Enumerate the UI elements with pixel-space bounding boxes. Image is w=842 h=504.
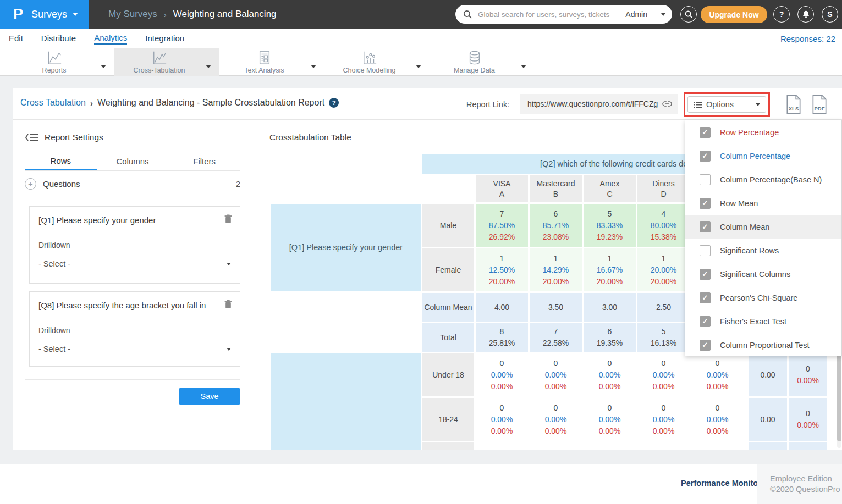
checked-checkbox-icon[interactable]: ✓ xyxy=(700,316,711,327)
chevron-down-icon[interactable] xyxy=(521,60,526,70)
export-xls-button[interactable]: XLS xyxy=(785,95,802,114)
upgrade-now-button[interactable]: Upgrade Now xyxy=(701,6,767,23)
checked-checkbox-icon[interactable]: ✓ xyxy=(700,127,711,138)
toolbar-item-label: Choice Modelling xyxy=(343,67,396,74)
delete-question-icon[interactable] xyxy=(224,300,232,308)
collapse-panel-icon[interactable] xyxy=(25,132,39,142)
breadcrumb-my-surveys[interactable]: My Surveys xyxy=(108,9,157,20)
column-header: DinersD xyxy=(637,175,690,202)
options-menu-item-label: Column Percentage(Base N) xyxy=(720,175,822,184)
toolbar-item-text-analysis[interactable]: Text Analysis xyxy=(219,48,324,76)
chevron-down-icon[interactable] xyxy=(416,60,421,70)
checked-checkbox-icon[interactable]: ✓ xyxy=(700,198,711,209)
tab-columns[interactable]: Columns xyxy=(97,152,169,170)
report-link-url[interactable]: https://www.questionpro.com/t/lFFCZg xyxy=(527,99,662,108)
crosstab-table-title: Crosstabulation Table xyxy=(269,132,351,142)
chevron-down-icon[interactable] xyxy=(206,60,211,70)
data-cell: 00.00%0.00% xyxy=(530,353,582,396)
toolbar-item-manage-data[interactable]: Manage Data xyxy=(429,48,534,76)
notifications-button[interactable] xyxy=(797,6,814,23)
delete-question-icon[interactable] xyxy=(224,214,232,223)
unchecked-checkbox-icon[interactable] xyxy=(700,174,711,185)
options-menu-item[interactable]: ✓Column Mean xyxy=(685,215,841,239)
options-menu-item[interactable]: Significant Rows xyxy=(685,239,841,262)
checked-checkbox-icon[interactable]: ✓ xyxy=(700,269,711,280)
copyright-label: ©2020 QuestionPro xyxy=(770,484,842,495)
edition-label: Employee Edition xyxy=(770,474,842,484)
chevron-down-icon[interactable] xyxy=(101,60,106,70)
panel-title: Report Settings xyxy=(45,132,103,142)
product-name: Surveys xyxy=(31,9,67,20)
search-icon xyxy=(684,10,693,19)
options-menu-item-label: Pearson's Chi-Square xyxy=(720,293,797,302)
data-cell: 2.50 xyxy=(637,293,690,322)
cross-tabulation-link[interactable]: Cross Tabulation xyxy=(20,98,86,108)
questions-section-header: + Questions 2 xyxy=(25,178,240,190)
checked-checkbox-icon[interactable]: ✓ xyxy=(700,151,711,162)
checked-checkbox-icon[interactable]: ✓ xyxy=(700,292,711,303)
drilldown-select[interactable]: - Select - xyxy=(38,256,231,272)
link-icon[interactable] xyxy=(662,99,673,108)
checked-checkbox-icon[interactable]: ✓ xyxy=(700,340,711,351)
questionpro-analytics-screen: P Surveys My Surveys › Weighting and Bal… xyxy=(0,0,842,504)
search-input[interactable] xyxy=(477,10,625,19)
tab-edit[interactable]: Edit xyxy=(9,34,23,44)
options-menu-item[interactable]: ✓Fisher's Exact Test xyxy=(685,309,841,333)
line-chart-icon xyxy=(46,50,63,65)
help-button[interactable]: ? xyxy=(773,6,790,23)
toolbar-item-label: Manage Data xyxy=(454,67,495,74)
responses-count: Responses: 22 xyxy=(780,29,835,48)
options-menu-item-label: Significant Columns xyxy=(720,270,790,279)
unchecked-checkbox-icon[interactable] xyxy=(700,245,711,256)
toolbar-item-reports[interactable]: Reports xyxy=(9,48,114,76)
chevron-down-icon[interactable] xyxy=(311,60,316,70)
options-menu-item[interactable]: ✓Row Mean xyxy=(685,191,841,215)
help-icon[interactable]: ? xyxy=(329,98,339,108)
data-cell: 0.00 xyxy=(749,353,787,396)
questions-count: 2 xyxy=(236,179,240,189)
report-link-field[interactable]: https://www.questionpro.com/t/lFFCZg xyxy=(520,94,678,114)
drilldown-select[interactable]: - Select - xyxy=(38,341,231,357)
question-card-q1: [Q1] Please specify your gender Drilldow… xyxy=(29,206,240,284)
global-search[interactable]: Admin xyxy=(455,5,672,24)
options-menu-item[interactable]: ✓Significant Columns xyxy=(685,262,841,286)
search-icon xyxy=(463,9,472,19)
options-menu-item-label: Column Mean xyxy=(720,223,769,231)
tab-rows[interactable]: Rows xyxy=(25,152,97,170)
data-cell: 722.58% xyxy=(530,323,582,352)
options-menu-item[interactable]: ✓Column Percentage xyxy=(685,144,841,168)
settings-tabs: Rows Columns Filters xyxy=(25,152,240,171)
add-question-icon[interactable]: + xyxy=(25,178,36,190)
bell-icon xyxy=(802,10,810,19)
options-menu-item[interactable]: ✓Column Proportional Test xyxy=(685,333,841,357)
top-breadcrumb: My Surveys › Weighting and Balancing xyxy=(108,0,277,29)
options-button[interactable]: Options xyxy=(687,96,766,113)
questions-label: Questions xyxy=(43,179,229,189)
toolbar-item-choice-modelling[interactable]: Choice Modelling xyxy=(324,48,429,76)
account-avatar[interactable]: S xyxy=(822,6,838,23)
save-button[interactable]: Save xyxy=(179,388,240,405)
data-cell: 825.81% xyxy=(476,323,528,352)
breadcrumb-separator: › xyxy=(164,10,167,19)
performance-monitor-link[interactable]: Performance Monitor xyxy=(681,479,761,488)
product-switcher[interactable]: P Surveys xyxy=(0,0,89,29)
data-cell: 00.00%0.00% xyxy=(530,398,582,441)
export-pdf-button[interactable]: PDF xyxy=(811,95,828,114)
toolbar-item-cross-tabulation[interactable]: Cross-Tabulation xyxy=(114,48,219,76)
cross-tabulation-card: Cross Tabulation › Weighting and Balanci… xyxy=(13,88,842,450)
tab-distribute[interactable]: Distribute xyxy=(41,34,76,44)
checked-checkbox-icon[interactable]: ✓ xyxy=(700,221,711,232)
tab-filters[interactable]: Filters xyxy=(168,152,240,170)
tab-analytics[interactable]: Analytics xyxy=(94,33,127,45)
options-menu-item[interactable]: ✓Pearson's Chi-Square xyxy=(685,286,841,309)
data-cell: 4.00 xyxy=(476,293,528,322)
search-submit-button[interactable] xyxy=(680,6,697,23)
questionpro-logo-icon: P xyxy=(13,6,23,23)
divider xyxy=(25,379,240,380)
report-link-label: Report Link: xyxy=(466,100,509,109)
options-menu-item[interactable]: Column Percentage(Base N) xyxy=(685,168,841,191)
options-menu-item[interactable]: ✓Row Percentage xyxy=(685,120,841,144)
search-scope-select[interactable]: Admin xyxy=(625,5,672,24)
tab-integration[interactable]: Integration xyxy=(145,34,184,44)
report-settings-panel: Report Settings Rows Columns Filters + Q… xyxy=(13,120,258,450)
